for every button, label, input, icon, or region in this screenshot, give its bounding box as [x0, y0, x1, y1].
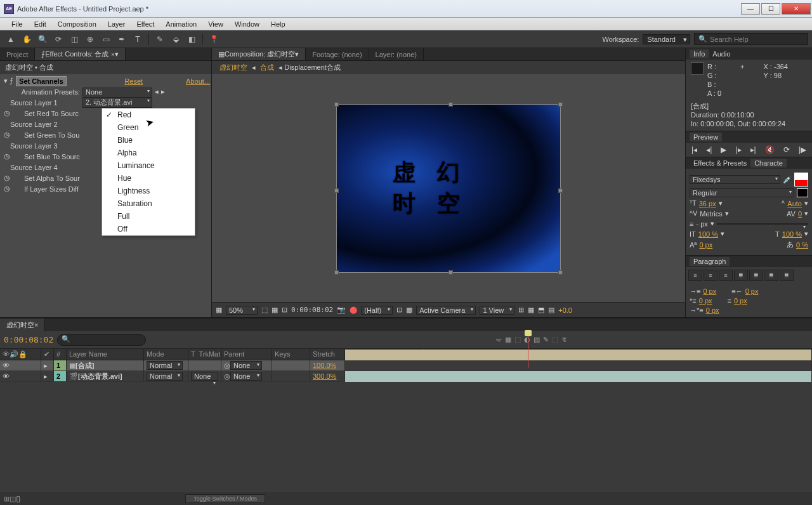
viewer-icon[interactable]: ⬚ [261, 306, 268, 314]
menu-view[interactable]: View [203, 19, 228, 29]
preset-prev-icon[interactable]: ◂ [155, 88, 159, 96]
tl-icon[interactable]: ⤽ [496, 336, 502, 344]
grid-icon[interactable]: ▦ [216, 306, 222, 314]
font-dropdown[interactable]: Fixedsys [690, 175, 780, 184]
tl-icon[interactable]: ✎ [543, 336, 549, 344]
tracking-value[interactable]: 0 [798, 210, 802, 218]
dropdown-item-saturation[interactable]: Saturation [102, 197, 195, 210]
viewer-icon[interactable]: ⊞ [518, 306, 524, 314]
stroke-style-dropdown[interactable] [717, 223, 808, 225]
dropdown-item-red[interactable]: Red [102, 108, 195, 121]
camera-dropdown[interactable]: Active Camera [416, 306, 476, 315]
hscale-value[interactable]: 100 % [782, 230, 802, 238]
stopwatch-icon[interactable]: ◷ [4, 185, 10, 193]
stroke-width[interactable]: - px [696, 220, 707, 228]
layer-row-2[interactable]: 👁▸2 🎬 [动态背景.avi] Normal None ◎ None 300.… [0, 371, 812, 382]
viewer-icon[interactable]: ▦ [528, 306, 534, 314]
preset-dropdown[interactable]: None [82, 88, 152, 96]
dropdown-item-blue[interactable]: Blue [102, 134, 195, 147]
selection-tool-icon[interactable]: ▲ [4, 33, 18, 46]
first-frame-icon[interactable]: |◂ [691, 145, 697, 154]
effect-name[interactable]: Set Channels [16, 76, 67, 86]
menu-edit[interactable]: Edit [29, 19, 51, 29]
composition-viewer[interactable]: 虚 幻 时 空 [212, 74, 685, 302]
viewer-icon[interactable]: ⊡ [282, 306, 287, 314]
menu-file[interactable]: File [6, 19, 28, 29]
preset-next-icon[interactable]: ▸ [161, 88, 165, 96]
current-time[interactable]: 0:00:08:02 [4, 335, 53, 344]
tab-preview[interactable]: Preview [690, 133, 722, 141]
search-help-input[interactable]: 🔍 Search Help [694, 33, 808, 45]
dropdown-item-off[interactable]: Off [102, 223, 195, 235]
tl-foot-icon[interactable]: ◫ [10, 495, 16, 503]
tl-icon[interactable]: ↯ [561, 336, 567, 344]
dropdown-item-alpha[interactable]: Alpha [102, 147, 195, 159]
text-tool-icon[interactable]: T [131, 33, 145, 46]
stopwatch-icon[interactable]: ◷ [4, 131, 10, 139]
tab-effect-controls[interactable]: ⨍ Effect Controls: 合成× ▾ [35, 48, 125, 60]
pen-tool-icon[interactable]: ✒ [115, 33, 129, 46]
dropdown-item-lightness[interactable]: Lightness [102, 185, 195, 197]
viewer-icon[interactable]: ⬒ [538, 306, 544, 314]
maximize-button[interactable]: ☐ [761, 3, 780, 15]
workspace-dropdown[interactable]: Standard [643, 34, 690, 44]
font-size-value[interactable]: 36 px [699, 200, 716, 207]
dropdown-item-green[interactable]: Green [102, 121, 195, 134]
tab-effects-presets[interactable]: Effects & Presets [690, 159, 750, 167]
justify-left-icon[interactable]: ≣ [734, 270, 748, 281]
menu-window[interactable]: Window [230, 19, 265, 29]
zoom-tool-icon[interactable]: 🔍 [36, 33, 49, 46]
views-dropdown[interactable]: 1 View [480, 306, 514, 315]
tab-footage[interactable]: Footage: (none) [306, 48, 369, 60]
reset-link[interactable]: Reset [124, 77, 143, 85]
roi-icon[interactable]: ⊡ [396, 306, 402, 314]
resolution-dropdown[interactable]: (Half) [361, 306, 393, 315]
exposure-value[interactable]: +0.0 [558, 306, 572, 314]
next-frame-icon[interactable]: |▸ [735, 145, 741, 154]
eraser-tool-icon[interactable]: ◧ [185, 33, 199, 46]
puppet-tool-icon[interactable]: 📍 [207, 33, 221, 46]
play-icon[interactable]: ▶ [721, 145, 726, 154]
brush-tool-icon[interactable]: ✎ [153, 33, 167, 46]
tl-foot-icon[interactable]: {} [16, 495, 20, 502]
about-link[interactable]: About... [186, 77, 210, 85]
camera-tool-icon[interactable]: ◫ [67, 33, 81, 46]
tab-project[interactable]: Project [0, 48, 35, 60]
tl-foot-icon[interactable]: ⊞ [4, 495, 10, 503]
tab-audio[interactable]: Audio [709, 49, 734, 58]
timecode[interactable]: 0:00:08:02 [291, 306, 333, 314]
swap-colors-icon[interactable] [797, 188, 808, 197]
style-dropdown[interactable]: Regular [690, 188, 794, 197]
stamp-tool-icon[interactable]: ⬙ [169, 33, 183, 46]
dropdown-item-full[interactable]: Full [102, 210, 195, 223]
hand-tool-icon[interactable]: ✋ [20, 33, 34, 46]
tab-layer[interactable]: Layer: (none) [369, 48, 424, 60]
menu-composition[interactable]: Composition [53, 19, 102, 29]
ram-preview-icon[interactable]: |▶ [799, 145, 806, 154]
viewer-icon[interactable]: ▤ [548, 306, 554, 314]
close-button[interactable]: ✕ [782, 3, 811, 15]
rotate-tool-icon[interactable]: ⟳ [51, 33, 65, 46]
last-frame-icon[interactable]: ▸| [750, 145, 756, 154]
menu-animation[interactable]: Animation [160, 19, 202, 29]
menu-help[interactable]: Help [266, 19, 291, 29]
tab-composition[interactable]: ▦ Composition: 虚幻时空 ▾ [212, 48, 306, 60]
tab-character[interactable]: Characte [750, 159, 787, 167]
tl-icon[interactable]: ▨ [534, 336, 540, 344]
shape-tool-icon[interactable]: ▭ [99, 33, 113, 46]
prev-frame-icon[interactable]: ◂| [706, 145, 712, 154]
align-right-icon[interactable]: ≡ [719, 270, 733, 281]
snapshot-icon[interactable]: 📷 [337, 306, 346, 314]
eyedropper-icon[interactable]: 💉 [783, 176, 792, 184]
source-layer-1-dropdown[interactable]: 2. 动态背景.avi [82, 97, 152, 108]
stopwatch-icon[interactable]: ◷ [4, 152, 10, 161]
mute-icon[interactable]: 🔇 [765, 145, 775, 154]
justify-all-icon[interactable]: ≣ [780, 270, 794, 281]
channel-icon[interactable]: ⬤ [350, 306, 357, 314]
pan-behind-tool-icon[interactable]: ⊕ [83, 33, 97, 46]
timeline-search[interactable]: 🔍 [57, 334, 146, 346]
baseline-value[interactable]: 0 px [699, 241, 712, 249]
loop-icon[interactable]: ⟳ [783, 145, 790, 154]
stopwatch-icon[interactable]: ◷ [4, 174, 10, 182]
tl-icon[interactable]: ⬚ [552, 336, 558, 344]
